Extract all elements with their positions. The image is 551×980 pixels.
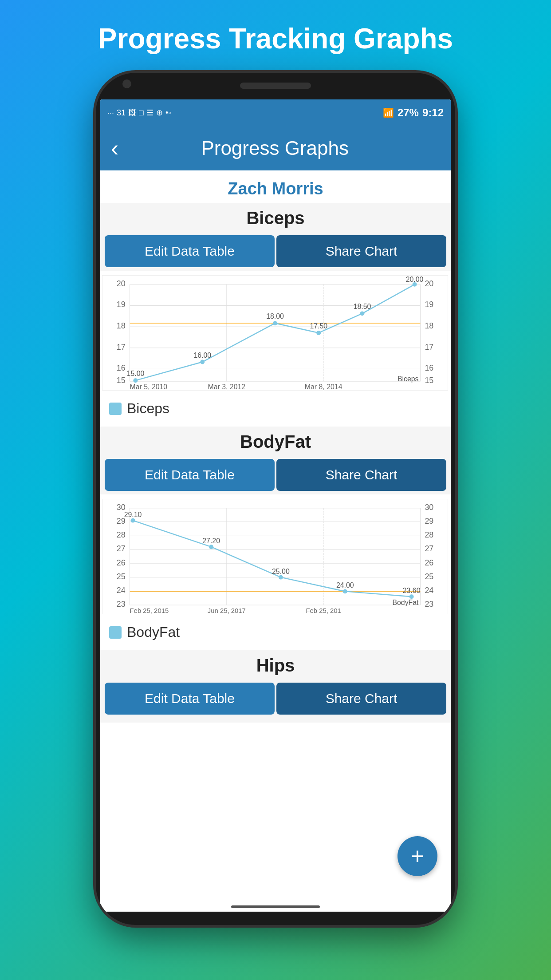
phone-bezel: ··· 31 🖼 □ ☰ ⊕ •◦ 📶 27% 9:12 ‹ Progress …	[96, 73, 455, 925]
biceps-legend-box	[109, 403, 122, 415]
globe-icon: ⊕	[156, 108, 163, 118]
bodyfat-legend: BodyFat	[100, 620, 451, 648]
menu-icon: ☰	[146, 108, 153, 118]
svg-text:23: 23	[425, 600, 433, 609]
svg-text:16: 16	[425, 364, 433, 372]
svg-text:29.10: 29.10	[124, 511, 142, 518]
notification-icon: ···	[107, 108, 114, 118]
svg-text:23.60: 23.60	[403, 587, 421, 594]
svg-text:27.20: 27.20	[202, 537, 220, 545]
svg-text:20: 20	[425, 279, 433, 288]
battery-pct: 27%	[398, 107, 419, 119]
section-biceps: Biceps Edit Data Table Share Chart	[100, 203, 451, 424]
svg-text:18.50: 18.50	[354, 303, 371, 310]
square-icon: □	[139, 108, 144, 118]
svg-text:15.00: 15.00	[127, 370, 145, 377]
svg-text:17: 17	[117, 343, 126, 352]
svg-text:30: 30	[425, 503, 433, 512]
svg-point-55	[343, 589, 347, 593]
svg-text:17: 17	[425, 343, 433, 352]
svg-text:20.00: 20.00	[406, 276, 424, 283]
svg-text:18.00: 18.00	[266, 312, 284, 320]
svg-point-52	[131, 518, 135, 523]
hips-title: Hips	[100, 650, 451, 679]
biceps-button-row: Edit Data Table Share Chart	[100, 232, 451, 271]
fab-add-button[interactable]: +	[398, 836, 437, 876]
hips-edit-button[interactable]: Edit Data Table	[105, 683, 275, 715]
svg-text:29: 29	[117, 517, 126, 526]
svg-text:30: 30	[117, 503, 126, 512]
svg-text:19: 19	[425, 300, 433, 309]
phone-speaker	[240, 83, 311, 89]
phone-wrapper: ··· 31 🖼 □ ☰ ⊕ •◦ 📶 27% 9:12 ‹ Progress …	[94, 73, 457, 938]
gallery-icon: 🖼	[128, 108, 136, 118]
svg-point-53	[209, 545, 213, 549]
svg-text:Mar 3, 2012: Mar 3, 2012	[208, 383, 246, 391]
svg-text:16.00: 16.00	[193, 352, 211, 359]
svg-text:26: 26	[117, 558, 126, 567]
svg-text:26: 26	[425, 558, 433, 567]
svg-text:18: 18	[425, 321, 433, 330]
svg-point-56	[409, 594, 414, 599]
page-header: Progress Tracking Graphs	[0, 0, 551, 73]
bodyfat-legend-label: BodyFat	[127, 624, 180, 640]
phone-screen: ··· 31 🖼 □ ☰ ⊕ •◦ 📶 27% 9:12 ‹ Progress …	[100, 99, 451, 912]
svg-text:24.00: 24.00	[336, 581, 354, 589]
svg-text:16: 16	[117, 364, 126, 372]
bodyfat-legend-box	[109, 626, 122, 639]
svg-text:18: 18	[117, 321, 126, 330]
svg-text:15: 15	[117, 376, 126, 385]
svg-text:Mar 8, 2014: Mar 8, 2014	[305, 383, 342, 391]
svg-text:29: 29	[425, 517, 433, 526]
biceps-chart-svg: 15.00 16.00 18.00 17.50 18.50 20.00 20 1…	[102, 275, 448, 391]
biceps-share-button[interactable]: Share Chart	[276, 235, 446, 267]
svg-text:19: 19	[117, 300, 126, 309]
biceps-edit-button[interactable]: Edit Data Table	[105, 235, 275, 267]
app-bar: ‹ Progress Graphs	[100, 126, 451, 170]
svg-text:27: 27	[117, 544, 126, 553]
svg-text:25.00: 25.00	[272, 568, 290, 575]
svg-text:Biceps: Biceps	[398, 375, 419, 383]
back-button[interactable]: ‹	[111, 137, 118, 160]
phone-camera	[122, 79, 131, 88]
biceps-title: Biceps	[100, 203, 451, 232]
svg-point-14	[316, 331, 321, 335]
svg-text:28: 28	[425, 530, 433, 539]
svg-text:BodyFat: BodyFat	[392, 599, 419, 606]
status-icons-left: ··· 31 🖼 □ ☰ ⊕ •◦	[107, 108, 171, 118]
biceps-legend-label: Biceps	[127, 400, 169, 417]
svg-text:28: 28	[117, 530, 126, 539]
main-content: Zach Morris Biceps Edit Data Table Share…	[100, 170, 451, 912]
bodyfat-share-button[interactable]: Share Chart	[276, 459, 446, 491]
page-title: Progress Tracking Graphs	[0, 0, 551, 73]
status-right: 📶 27% 9:12	[383, 107, 444, 119]
svg-point-12	[200, 360, 205, 364]
biceps-chart: 15.00 16.00 18.00 17.50 18.50 20.00 20 1…	[100, 271, 451, 397]
bluetooth-icon: 📶	[383, 107, 394, 118]
bodyfat-chart-svg: 29.10 27.20 25.00 24.00 23.60 30 29 28 2…	[102, 499, 448, 614]
svg-text:Feb 25, 201: Feb 25, 201	[306, 607, 341, 614]
svg-text:23: 23	[117, 600, 126, 609]
app-bar-title: Progress Graphs	[127, 137, 422, 159]
svg-point-13	[273, 321, 277, 325]
clock: 9:12	[422, 107, 444, 119]
svg-text:Feb 25, 2015: Feb 25, 2015	[130, 607, 169, 614]
hips-share-button[interactable]: Share Chart	[276, 683, 446, 715]
user-name: Zach Morris	[100, 170, 451, 203]
svg-text:15: 15	[425, 376, 433, 385]
bodyfat-title: BodyFat	[100, 427, 451, 455]
svg-point-11	[133, 378, 138, 383]
svg-point-54	[279, 575, 283, 580]
hips-button-row: Edit Data Table Share Chart	[100, 679, 451, 718]
bodyfat-button-row: Edit Data Table Share Chart	[100, 455, 451, 494]
svg-text:Jun 25, 2017: Jun 25, 2017	[208, 607, 246, 614]
svg-text:25: 25	[425, 572, 433, 581]
dots-icon: •◦	[165, 108, 171, 118]
biceps-legend: Biceps	[100, 397, 451, 424]
section-bodyfat: BodyFat Edit Data Table Share Chart	[100, 427, 451, 648]
status-bar: ··· 31 🖼 □ ☰ ⊕ •◦ 📶 27% 9:12	[100, 99, 451, 126]
bodyfat-edit-button[interactable]: Edit Data Table	[105, 459, 275, 491]
calendar-icon: 31	[117, 108, 126, 118]
svg-text:17.50: 17.50	[310, 322, 327, 330]
svg-text:24: 24	[425, 586, 433, 595]
